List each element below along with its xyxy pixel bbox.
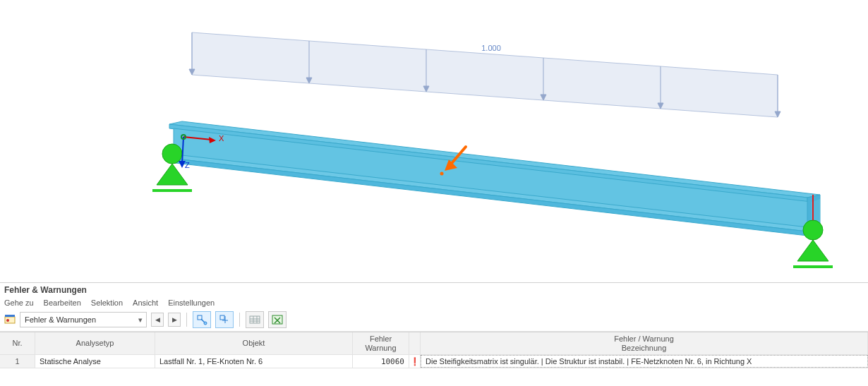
- beam: [169, 121, 820, 236]
- chevron-down-icon: ▾: [135, 313, 146, 326]
- svg-text:Z: Z: [185, 161, 190, 169]
- table-header-row: Nr. Analysetyp Objekt FehlerWarnung Fehl…: [0, 332, 868, 355]
- view-selector[interactable]: Fehler & Warnungen ▾: [20, 312, 147, 327]
- col-objekt[interactable]: Objekt: [155, 332, 353, 354]
- load-diagram: 1.000: [189, 32, 780, 117]
- next-button[interactable]: ▶: [168, 313, 181, 327]
- scene-svg: 1.000 X Z: [0, 0, 868, 282]
- panel-type-icon: [4, 314, 16, 325]
- cell-desc: Die Steifigkeitsmatrix ist singulär. | D…: [421, 355, 868, 368]
- col-desc[interactable]: Fehler / WarnungBezeichnung: [421, 332, 868, 354]
- panel-title: Fehler & Warnungen: [0, 283, 868, 297]
- table-settings-button[interactable]: [246, 311, 264, 328]
- menu-edit[interactable]: Bearbeiten: [44, 298, 81, 307]
- svg-point-36: [440, 172, 444, 176]
- svg-rect-26: [793, 265, 833, 268]
- svg-text:X: X: [219, 134, 224, 143]
- col-nr[interactable]: Nr.: [0, 332, 35, 354]
- menu-goto[interactable]: Gehe zu: [4, 298, 34, 307]
- toolbar-separator: [186, 313, 187, 327]
- load-value: 1.000: [481, 44, 501, 52]
- menu-settings[interactable]: Einstellungen: [168, 298, 215, 307]
- cell-objekt: Lastfall Nr. 1, FE-Knoten Nr. 6: [155, 355, 353, 368]
- export-excel-button[interactable]: [268, 311, 287, 328]
- cell-code: 10060: [353, 355, 409, 368]
- panel-toolbar: Fehler & Warnungen ▾ ◀ ▶: [0, 310, 868, 332]
- col-analyse[interactable]: Analysetyp: [35, 332, 155, 354]
- svg-rect-23: [152, 189, 192, 192]
- svg-rect-38: [5, 315, 15, 317]
- cell-analyse: Statische Analyse: [35, 355, 155, 368]
- prev-button[interactable]: ◀: [151, 313, 164, 327]
- errors-table: Nr. Analysetyp Objekt FehlerWarnung Fehl…: [0, 332, 868, 386]
- table-row[interactable]: 1 Statische Analyse Lastfall Nr. 1, FE-K…: [0, 355, 868, 368]
- toolbar-separator-2: [239, 313, 240, 327]
- col-code[interactable]: FehlerWarnung: [353, 332, 409, 354]
- svg-rect-43: [250, 316, 260, 323]
- errors-panel: Fehler & Warnungen Gehe zu Bearbeiten Se…: [0, 282, 868, 386]
- col-icon: [409, 332, 421, 354]
- svg-marker-25: [797, 240, 828, 261]
- panel-menu: Gehe zu Bearbeiten Selektion Ansicht Ein…: [0, 297, 868, 310]
- cell-nr: 1: [0, 355, 35, 368]
- filter-info-button[interactable]: [193, 311, 211, 328]
- error-icon: ❗: [409, 355, 421, 368]
- filter-mark-button[interactable]: [215, 311, 234, 328]
- svg-point-39: [6, 319, 9, 322]
- view-selector-label: Fehler & Warnungen: [20, 315, 135, 324]
- svg-marker-15: [174, 128, 812, 231]
- svg-point-24: [803, 220, 823, 240]
- svg-marker-22: [157, 164, 188, 185]
- svg-point-21: [162, 144, 182, 164]
- menu-select[interactable]: Selektion: [91, 298, 123, 307]
- svg-point-41: [204, 322, 207, 325]
- menu-view[interactable]: Ansicht: [133, 298, 158, 307]
- model-viewport[interactable]: 1.000 X Z: [0, 0, 868, 282]
- svg-rect-42: [220, 315, 224, 320]
